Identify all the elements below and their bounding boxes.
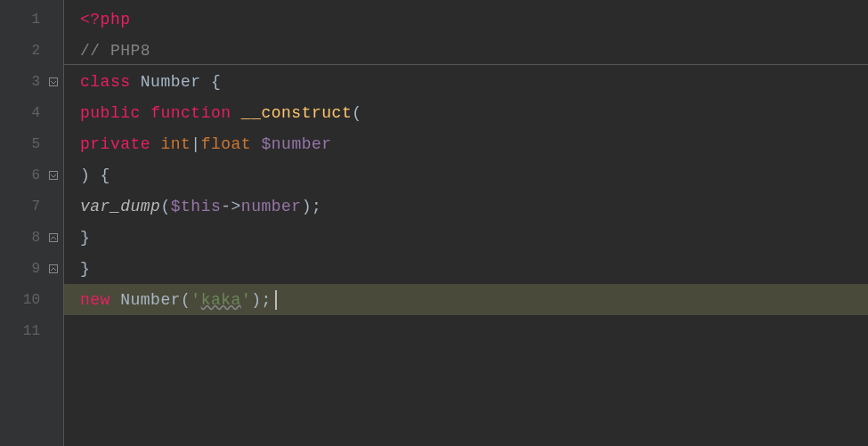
fold-up-icon[interactable] — [47, 263, 60, 275]
close-paren: ); — [302, 198, 322, 215]
svg-rect-1 — [50, 171, 58, 179]
line-number: 9 — [31, 261, 40, 277]
code-row[interactable] — [64, 315, 868, 346]
gutter-row[interactable]: 1 — [0, 4, 63, 35]
line-number: 1 — [31, 12, 40, 28]
class-keyword: class — [80, 73, 131, 91]
php-open-tag: <? — [80, 11, 101, 28]
code-row[interactable]: public function __construct( — [64, 97, 868, 128]
code-row-active[interactable]: new Number('kaka'); — [64, 284, 868, 315]
code-row[interactable]: ) { — [64, 159, 868, 191]
close-paren: ) — [80, 166, 101, 184]
gutter-row[interactable]: 2 — [0, 35, 63, 66]
line-number: 8 — [31, 230, 40, 246]
gutter-row[interactable]: 9 — [0, 253, 63, 284]
function-keyword: function — [150, 104, 231, 122]
class-ref: Number( — [120, 291, 191, 309]
code-content[interactable]: <?php // PHP8 class Number { public func… — [64, 0, 868, 446]
visibility-keyword: private — [80, 135, 150, 153]
quote: ' — [191, 291, 200, 309]
code-editor: 1 2 3 4 5 6 7 8 9 10 11 <?php // PHP8 cl… — [0, 0, 868, 446]
gutter-row[interactable]: 10 — [0, 284, 63, 315]
text-cursor — [275, 290, 277, 310]
property: number — [241, 198, 302, 215]
code-row[interactable]: <?php — [64, 4, 868, 35]
pipe: | — [191, 135, 200, 153]
line-gutter: 1 2 3 4 5 6 7 8 9 10 11 — [0, 0, 64, 446]
comment-text: // PHP8 — [80, 42, 150, 60]
code-row[interactable]: private int|float $number — [64, 128, 868, 159]
string-literal: kaka — [201, 291, 241, 309]
fold-down-icon[interactable] — [47, 76, 60, 88]
svg-rect-2 — [50, 233, 58, 241]
php-keyword: php — [101, 11, 131, 28]
gutter-row[interactable]: 4 — [0, 97, 63, 128]
gutter-row[interactable]: 5 — [0, 128, 63, 159]
stmt-end: ); — [251, 291, 272, 309]
gutter-row[interactable]: 8 — [0, 222, 63, 253]
this-var: $this — [171, 198, 222, 215]
line-number: 4 — [31, 105, 40, 121]
quote: ' — [241, 291, 251, 309]
line-number: 3 — [31, 74, 40, 90]
code-row[interactable]: var_dump($this->number); — [64, 191, 868, 222]
gutter-row[interactable]: 11 — [0, 315, 63, 346]
code-row[interactable]: class Number { — [64, 66, 868, 97]
gutter-row[interactable]: 6 — [0, 159, 63, 191]
type-float: float — [201, 135, 252, 153]
brace: } — [80, 229, 90, 247]
code-row[interactable]: // PHP8 — [64, 35, 868, 66]
function-call: var_dump — [80, 198, 160, 215]
code-row[interactable]: } — [64, 253, 868, 284]
brace: { — [101, 166, 110, 184]
svg-rect-3 — [50, 264, 58, 272]
fold-down-icon[interactable] — [47, 169, 60, 182]
visibility-keyword: public — [80, 104, 141, 122]
brace: { — [211, 73, 221, 91]
class-name: Number — [131, 73, 211, 91]
arrow-op: -> — [221, 198, 241, 215]
gutter-row[interactable]: 7 — [0, 191, 63, 222]
brace: } — [80, 260, 90, 278]
method-name: __construct — [241, 104, 352, 122]
fold-up-icon[interactable] — [47, 231, 60, 244]
line-number: 10 — [23, 292, 40, 308]
line-number: 5 — [31, 136, 40, 152]
line-number: 11 — [23, 323, 40, 339]
new-keyword: new — [80, 291, 110, 309]
line-number: 6 — [31, 167, 40, 183]
gutter-row[interactable]: 3 — [0, 66, 63, 97]
paren: ( — [352, 104, 361, 122]
code-row[interactable]: } — [64, 222, 868, 253]
svg-rect-0 — [50, 77, 58, 85]
line-number: 7 — [31, 199, 40, 215]
line-number: 2 — [31, 43, 40, 59]
type-int: int — [160, 135, 191, 153]
variable: $number — [261, 135, 331, 153]
paren: ( — [160, 198, 170, 215]
